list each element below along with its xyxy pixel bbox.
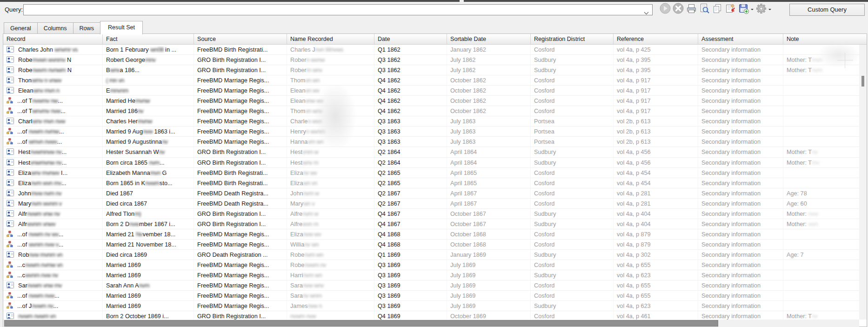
table-row[interactable]: ...of wmvn nvwv...Married 9 Augustinnanv… (3, 137, 859, 147)
cell-date: Q3 1869 (374, 260, 447, 270)
table-row[interactable]: ...of nvwm nvw...Married 1869FreeBMD Mar… (3, 291, 859, 301)
cell-date: Q2 1865 (374, 178, 447, 188)
column-header-fact[interactable]: Fact (103, 34, 194, 45)
top-divider (0, 0, 868, 2)
table-row[interactable]: nvwm nvwm vnBorn 2 October 1869 i...GRO … (3, 311, 859, 320)
tab-label: General (10, 25, 31, 32)
cell-assessment: Secondary information (698, 55, 783, 65)
column-header-registration-district[interactable]: Registration District (531, 34, 614, 45)
gear-icon (755, 3, 767, 16)
cell-district: Cosford (531, 280, 614, 291)
table-row[interactable]: Alfrwvnm vnwvBorn 2 Dnvwmber 1867 i...GR… (3, 219, 859, 229)
settings-button[interactable] (754, 2, 768, 16)
family-record-icon (7, 97, 13, 106)
person-record-icon (7, 159, 14, 168)
table-row[interactable]: Hestnvwmnvw nv...Hester Susannah WnvGRO … (3, 147, 859, 157)
table-row[interactable]: Eleanwnv mvn nEmnvnmFreeBMD Marriage Reg… (3, 86, 859, 96)
cell-district: Sudbury (531, 301, 614, 311)
redacted-smudge: nvm wvn mv (31, 180, 62, 187)
cell-source: FreeBMD Marriage Regis... (194, 240, 287, 250)
table-row[interactable]: Thonwmv n vnwv( mn vnFreeBMD Marriage Re… (3, 75, 859, 86)
cell-fact: Robert Georgemnv (103, 55, 194, 65)
table-row[interactable]: Hestvnwmvnw nv...Born circa 1865 nvm...G… (3, 158, 859, 168)
chevron-down-icon[interactable] (644, 8, 649, 17)
person-record-icon (7, 281, 14, 291)
table-row[interactable]: ...of nvwm nv wv...Married 21 Nvvember 1… (3, 229, 859, 240)
cell-assessment: Secondary information (698, 86, 783, 96)
table-row[interactable]: ...of Tnvwmv nw...Married HemvnwFreeBMD … (3, 96, 859, 106)
table-row[interactable]: Elizanvm wvn mv...Born 1865 in Knvwmsto.… (3, 178, 859, 188)
cell-sortable-date: April 1867 (447, 188, 531, 199)
table-row[interactable]: ...of Jnvwm nv...Married 1869FreeBMD Mar… (3, 301, 859, 311)
column-header-source[interactable]: Source (194, 34, 287, 45)
cell-district: Cosford (531, 96, 614, 106)
query-toolbar (659, 2, 772, 16)
cell-sortable-date: October 1862 (447, 75, 531, 86)
redacted-smudge: wnv m (302, 160, 318, 166)
table-row[interactable]: ...of wvnm nvw v...Married 21 November 1… (3, 240, 859, 250)
print-preview-button[interactable] (698, 2, 711, 16)
column-header-note[interactable]: Note (783, 34, 859, 45)
table-row[interactable]: Robnvw mvnm vnDied circa 1869GRO Death R… (3, 250, 859, 260)
cell-name: Elizanv wv (287, 168, 374, 178)
cell-name: Jamesnvw n (287, 301, 374, 311)
column-header-name-recorded[interactable]: Name Recorded (287, 34, 374, 45)
table-row[interactable]: Robenwvm nvnwm NBwnva 186...GRO Birth Re… (3, 65, 859, 75)
redacted-smudge: nvm (812, 67, 822, 73)
horizontal-scrollbar-thumb[interactable] (4, 320, 718, 327)
tab-rows[interactable]: Rows (73, 22, 100, 34)
table-row[interactable]: Elizawnv mvnwv I...Elizabeth Mannamvn GF… (3, 168, 859, 178)
cell-record: Elizanvm wvn mv... (3, 178, 103, 188)
redacted-smudge: mvn (150, 170, 160, 176)
redacted-smudge: vnw wv (305, 98, 323, 104)
table-row[interactable]: ...cnvwm nvmw vnMarried 1869FreeBMD Marr… (3, 260, 859, 270)
cell-date: Q2 1864 (374, 158, 447, 168)
column-header-date[interactable]: Date (374, 34, 447, 45)
run-query-button[interactable] (659, 2, 672, 16)
cell-assessment: Secondary information (698, 178, 783, 188)
pick-record-button[interactable] (724, 2, 737, 16)
vertical-scrollbar[interactable] (859, 45, 867, 320)
column-header-sortable-date[interactable]: Sortable Date (447, 34, 531, 45)
table-row[interactable]: Charlwnv mvn nvwCharles HermvnwFreeBMD M… (3, 116, 859, 127)
table-row[interactable]: Sarnvwm vnw mvSarah Ann AnvmFreeBMD Marr… (3, 280, 859, 291)
cell-note (783, 45, 859, 55)
cell-note: Mother: nvw (783, 209, 859, 219)
column-header-assessment[interactable]: Assessment (698, 34, 783, 45)
query-combobox[interactable] (23, 4, 653, 15)
tab-general[interactable]: General (4, 22, 37, 34)
cell-district: Cosford (531, 86, 614, 96)
cell-assessment: Secondary information (698, 116, 783, 127)
stop-button[interactable] (672, 2, 685, 16)
column-header-reference[interactable]: Reference (614, 34, 698, 45)
table-row[interactable]: ...of Twnvmv nvw...Married 186nvFreeBMD … (3, 106, 859, 116)
column-header-record[interactable]: Record (3, 34, 103, 45)
table-row[interactable]: Alfrnvwm vnw nvAlfred Tlonm)GRO Birth Re… (3, 209, 859, 219)
tab-result-set[interactable]: Result Set (100, 21, 143, 34)
tab-columns[interactable]: Columns (37, 22, 73, 34)
vertical-scrollbar-thumb[interactable] (861, 76, 864, 87)
table-row[interactable]: Robemvwn wvnmv NRobert GeorgemnvGRO Birt… (3, 55, 859, 65)
settings-dropdown-arrow[interactable] (768, 2, 772, 16)
table-row[interactable]: ...of nvwm nvmw...Married 9 Augnvw 1863 … (3, 127, 859, 137)
save-query-button[interactable] (737, 2, 750, 16)
table-row[interactable]: Charles John wnvmr vsBorn 1 February wn0… (3, 45, 859, 55)
print-button[interactable] (685, 2, 698, 16)
redacted-smudge: wn vn (303, 180, 318, 187)
custom-query-button[interactable]: Custom Query (789, 4, 865, 16)
table-row[interactable]: ...cwvnm nvw nvMarried 1869FreeBMD Marri… (3, 270, 859, 280)
cell-sortable-date: July 1869 (447, 260, 531, 270)
save-dropdown-arrow[interactable] (750, 2, 754, 16)
cell-source: GRO Birth Registration I... (194, 219, 287, 229)
cell-name: Robenvwm nv (287, 260, 374, 270)
cell-record: Alfrnvwm vnw nv (3, 209, 103, 219)
cell-record: ...cwvnm nvw nv (3, 270, 103, 280)
redacted-smudge: nv (159, 149, 165, 155)
cell-assessment: Secondary information (698, 250, 783, 260)
copy-button[interactable] (711, 2, 724, 16)
cell-name: Alfrenvm w (287, 209, 374, 219)
cell-note (783, 229, 859, 240)
table-row[interactable]: Johnmvw nvm nvDied 1867FreeBMD Death Reg… (3, 188, 859, 199)
table-row[interactable]: Marynvm wvnm vDied circa 1867FreeBMD Dea… (3, 199, 859, 209)
horizontal-scrollbar[interactable] (3, 320, 859, 327)
